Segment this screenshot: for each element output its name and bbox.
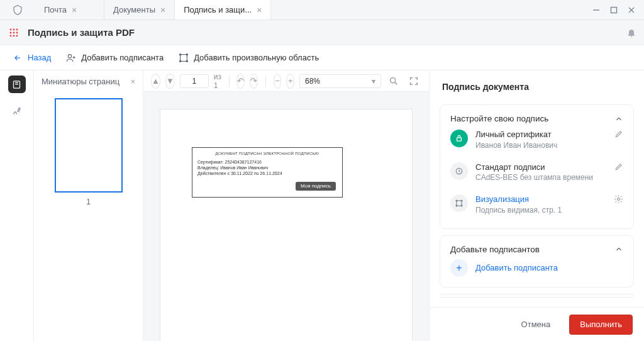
option-subtitle: Подпись видимая, стр. 1	[475, 206, 606, 215]
zoom-in-button[interactable]: +	[286, 74, 294, 89]
rotate-left-button[interactable]: ↶	[236, 74, 245, 89]
bounding-box-icon	[450, 194, 468, 212]
notifications-icon[interactable]	[626, 28, 636, 38]
svg-point-8	[13, 35, 15, 36]
document-viewer: ▲ ▼ из 1 ↶ ↷ − + 68% ▾	[143, 70, 429, 341]
option-visualization[interactable]: Визуализация Подпись видимая, стр. 1	[450, 188, 623, 221]
option-subtitle: CAdES-BES без штампа времени	[475, 173, 607, 182]
svg-point-24	[461, 205, 462, 206]
page-thumbnail-1[interactable]	[55, 98, 123, 193]
window-controls	[584, 0, 644, 20]
fullscreen-icon[interactable]	[406, 74, 421, 89]
tab-label: Почта	[44, 5, 67, 14]
stamp-line: Сертификат: 252404387127416	[197, 159, 337, 165]
option-title: Визуализация	[475, 194, 606, 204]
panel-title: Подпись документа	[430, 70, 644, 98]
viewer-canvas[interactable]: ДОКУМЕНТ ПОДПИСАН ЭЛЕКТРОННОЙ ПОДПИСЬЮ С…	[143, 92, 429, 341]
add-signer-button[interactable]: Добавить подписанта	[66, 53, 164, 63]
collapse-icon[interactable]	[614, 115, 623, 123]
svg-point-17	[391, 77, 396, 82]
tab-label: Подпись и защи...	[184, 5, 252, 14]
svg-point-25	[618, 198, 620, 201]
thumbnails-title: Миниатюры страниц	[42, 77, 119, 86]
add-signers-card: Добавьте подписантов + Добавить подписан…	[440, 235, 634, 288]
add-signer-action[interactable]: + Добавить подписанта	[450, 254, 623, 279]
add-signer-label: Добавить подписанта	[81, 53, 164, 62]
edit-icon[interactable]	[614, 130, 623, 138]
close-icon[interactable]: ×	[160, 6, 165, 14]
option-title: Стандарт подписи	[475, 162, 607, 172]
submit-button[interactable]: Выполнить	[569, 315, 633, 335]
svg-point-12	[180, 53, 181, 55]
app-header: Подпись и защита PDF	[0, 20, 644, 45]
svg-point-9	[16, 35, 18, 36]
option-title: Личный сертификат	[475, 130, 607, 140]
page-thumbnail-label: 1	[86, 198, 91, 206]
card-title: Добавьте подписантов	[450, 245, 540, 254]
thumbnails-close-icon[interactable]: ×	[130, 77, 135, 86]
stamp-line: Владелец: Иванов Иван Иванович	[197, 165, 337, 170]
tab-mail[interactable]: Почта ×	[35, 0, 104, 20]
close-icon[interactable]: ×	[72, 6, 77, 14]
add-signer-label: Добавить подписанта	[475, 263, 558, 272]
tab-label: Документы	[113, 5, 155, 14]
stamp-badge: Моя подпись	[296, 182, 336, 191]
svg-point-15	[186, 60, 187, 62]
svg-point-3	[16, 28, 18, 30]
left-rail	[0, 70, 34, 341]
extra-card	[440, 294, 634, 298]
svg-point-2	[13, 28, 15, 30]
plus-icon: +	[450, 259, 468, 277]
app-logo-icon	[0, 0, 35, 20]
signature-stamp[interactable]: ДОКУМЕНТ ПОДПИСАН ЭЛЕКТРОННОЙ ПОДПИСЬЮ С…	[192, 147, 343, 198]
zoom-value: 68%	[305, 77, 320, 86]
cancel-button[interactable]: Отмена	[511, 315, 561, 335]
minimize-icon[interactable]	[592, 6, 600, 14]
clock-icon	[450, 162, 468, 180]
option-certificate[interactable]: Личный сертификат Иванов Иван Иванович	[450, 123, 623, 156]
stamp-header: ДОКУМЕНТ ПОДПИСАН ЭЛЕКТРОННОЙ ПОДПИСЬЮ	[197, 152, 337, 157]
page-of-label: из 1	[214, 72, 221, 90]
option-standard[interactable]: Стандарт подписи CAdES-BES без штампа вр…	[450, 156, 623, 189]
action-toolbar: Назад Добавить подписанта Добавить произ…	[0, 45, 644, 70]
maximize-icon[interactable]	[610, 6, 618, 14]
card-title: Настройте свою подпись	[450, 114, 548, 123]
rail-signatures-button[interactable]	[8, 102, 26, 120]
signature-panel: Подпись документа Настройте свою подпись…	[429, 70, 644, 341]
svg-point-5	[13, 31, 15, 33]
document-page: ДОКУМЕНТ ПОДПИСАН ЭЛЕКТРОННОЙ ПОДПИСЬЮ С…	[160, 109, 412, 341]
svg-point-13	[186, 53, 187, 55]
prev-page-button[interactable]: ▲	[151, 74, 160, 89]
chevron-down-icon: ▾	[372, 77, 375, 86]
main-body: Миниатюры страниц × 1 ▲ ▼ из 1 ↶ ↷ − + 6…	[0, 70, 644, 341]
thumbnails-header: Миниатюры страниц ×	[34, 70, 143, 92]
page-number-input[interactable]	[180, 74, 209, 88]
svg-point-6	[16, 31, 18, 33]
apps-grid-icon[interactable]	[9, 28, 19, 38]
zoom-out-button[interactable]: −	[274, 74, 282, 89]
collapse-icon[interactable]	[614, 245, 623, 254]
settings-icon[interactable]	[614, 194, 623, 204]
edit-icon[interactable]	[614, 162, 623, 171]
svg-point-7	[10, 35, 12, 36]
back-button[interactable]: Назад	[13, 53, 51, 62]
zoom-select[interactable]: 68% ▾	[299, 74, 381, 88]
panel-footer: Отмена Выполнить	[430, 307, 644, 341]
rotate-right-button[interactable]: ↷	[250, 74, 258, 89]
thumbnails-panel: Миниатюры страниц × 1	[34, 70, 143, 341]
viewer-toolbar: ▲ ▼ из 1 ↶ ↷ − + 68% ▾	[143, 70, 429, 92]
certificate-icon	[450, 130, 468, 147]
search-icon[interactable]	[386, 74, 401, 89]
close-window-icon[interactable]	[628, 6, 635, 14]
svg-rect-11	[180, 54, 187, 61]
svg-point-10	[69, 54, 72, 57]
svg-point-4	[10, 31, 12, 33]
tab-sign-protect[interactable]: Подпись и защи... ×	[175, 0, 271, 20]
close-icon[interactable]: ×	[257, 6, 262, 14]
tab-documents[interactable]: Документы ×	[104, 0, 175, 20]
svg-rect-0	[611, 7, 617, 13]
rail-thumbnails-button[interactable]	[8, 75, 26, 93]
configure-signature-card: Настройте свою подпись Личный сертификат…	[440, 104, 634, 229]
next-page-button[interactable]: ▼	[165, 74, 175, 89]
add-area-button[interactable]: Добавить произвольную область	[179, 53, 319, 63]
